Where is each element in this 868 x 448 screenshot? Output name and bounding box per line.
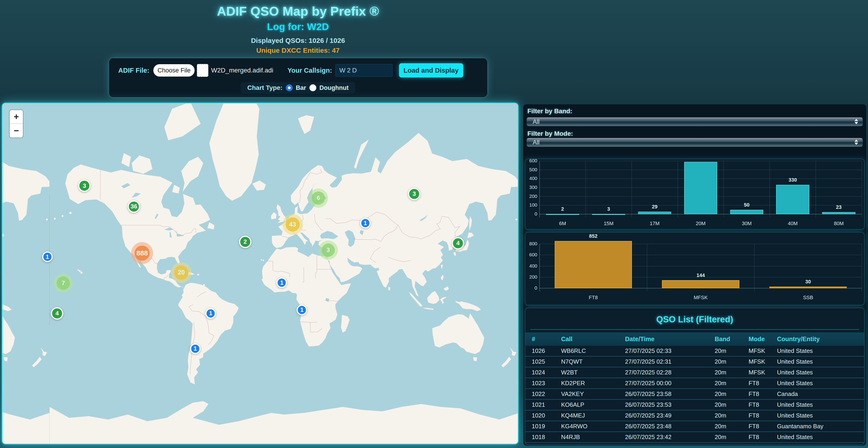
qso-cell: WB6RLC [561,346,586,356]
qso-cell: 20m [715,399,726,410]
bar-value-label: 589 [687,159,714,160]
choose-file-button[interactable]: Choose File [153,64,195,77]
qso-cell: 1026 [532,346,545,356]
divider [530,329,859,330]
qso-cell: 1025 [532,357,545,367]
map-cluster-marker[interactable]: 1 [276,277,287,288]
qso-column-header: Country/Entity [777,332,819,346]
qso-cell: 27/07/2025 02:31 [625,357,671,367]
qso-table-row[interactable]: 1020KQ4MEJ26/07/2025 23:4920mFT8United S… [525,410,864,421]
qso-cell: 27/07/2025 02:28 [625,367,671,378]
file-row: ADIF File: Choose File W2D_merged.adif.a… [118,63,463,78]
map-cluster-marker[interactable]: 3 [78,180,91,192]
qso-cell: FT8 [749,410,759,421]
qso-cell: KQ4MEJ [561,410,585,421]
x-axis-label: SSB [795,295,822,301]
y-axis-tick: 500 [526,167,537,172]
qso-table-row[interactable]: 1018N4RJB26/07/2025 23:4220mFT8United St… [525,432,864,443]
mode-bar-chart: 0200400600800852FT8144MFSK30SSB [525,232,865,305]
qso-cell: 1022 [532,389,545,399]
qso-cell: VA2KEY [561,389,584,399]
bar-value-label: 30 [795,279,822,285]
qso-cell: 26/07/2025 23:53 [625,399,671,410]
map-cluster-marker[interactable]: 1 [360,218,371,228]
map-cluster-marker[interactable]: 36 [128,200,140,213]
qso-cell: 20m [715,378,726,388]
bar-30M [730,210,764,214]
y-axis-tick: 200 [526,193,537,199]
x-axis-label: 30M [733,220,761,227]
x-axis-label: 15M [595,220,622,227]
qso-cell: FT8 [749,399,759,410]
load-and-display-button[interactable]: Load and Display [399,63,463,78]
qso-table-row[interactable]: 1026WB6RLC27/07/2025 02:3320mMFSKUnited … [525,346,864,357]
qso-cell: KO6ALP [561,399,584,410]
x-axis-label: MFSK [687,295,714,301]
bar-MFSK [662,280,739,288]
y-axis-tick: 300 [526,185,537,190]
qso-cell: 26/07/2025 23:42 [625,432,671,442]
displayed-qsos-count: Displayed QSOs: 1026 / 1026 [0,37,596,44]
bar-40M [776,185,809,214]
map-cluster-marker[interactable]: 4 [51,307,63,320]
y-axis-tick: 200 [526,274,537,280]
chart-type-radio-doughnut[interactable] [309,84,316,91]
map-cluster-marker[interactable]: 1 [205,308,216,319]
qso-cell: 20m [715,410,726,421]
map-zoom-control: + − [9,110,23,138]
qso-table-row[interactable]: 1025N7QWT27/07/2025 02:3120mMFSKUnited S… [525,357,864,367]
qso-cell: 20m [715,421,726,431]
chart-type-radio-bar[interactable] [286,84,293,91]
map-cluster-marker[interactable]: 6 [312,191,325,205]
bar-value-label: 50 [733,202,761,208]
qso-cell: FT8 [749,432,759,442]
qso-cell: 26/07/2025 23:49 [625,410,671,421]
map-cluster-marker[interactable]: 43 [286,217,300,232]
qso-table-row[interactable]: 1023KD2PER27/07/2025 00:0020mFT8United S… [525,378,864,389]
map-cluster-marker[interactable]: 3 [321,243,335,257]
qso-column-header: Mode [749,332,765,346]
qso-cell: 27/07/2025 02:33 [625,346,671,356]
qso-cell: 1018 [532,432,545,442]
mode-filter-value: All [527,139,539,146]
qso-cell: KG4RWO [561,421,587,431]
mode-filter-select[interactable]: All [526,138,863,147]
zoom-out-button[interactable]: − [10,124,23,138]
chart-type-option-doughnut: Doughnut [319,84,349,91]
bar-value-label: 23 [825,204,852,210]
map-cluster-marker[interactable]: 7 [57,276,70,290]
chart-type-label: Chart Type: [247,84,283,91]
x-axis-label: 80M [825,220,852,227]
map-cluster-marker[interactable]: 4 [452,237,464,249]
band-bar-chart: 010020030040050060026M315M2917M58920M503… [525,159,865,230]
qso-cell: 1023 [532,378,545,388]
qso-list-title: QSO List (Filtered) [525,315,864,324]
world-map[interactable]: + − 33688817420243631341111 [2,103,519,444]
callsign-input[interactable]: W2D [335,64,393,77]
qso-cell: United States [777,432,813,442]
band-filter-value: All [527,118,539,125]
map-cluster-marker[interactable]: 1 [190,344,200,354]
qso-table-row[interactable]: 1024W2BT27/07/2025 02:2820mMFSKUnited St… [525,367,864,378]
qso-cell: 1020 [532,410,545,421]
band-filter-select[interactable]: All [526,117,863,126]
map-cluster-marker[interactable]: 1 [42,251,53,262]
qso-column-header: Date/Time [625,332,655,346]
zoom-in-button[interactable]: + [10,110,23,124]
map-cluster-marker[interactable]: 2 [239,236,251,248]
qso-cell: 20m [715,346,726,356]
map-cluster-marker[interactable]: 20 [174,266,188,280]
filter-mode-label: Filter by Mode: [527,130,573,137]
qso-table-row[interactable]: 1019KG4RWO26/07/2025 23:4820mFT8Guantana… [525,421,864,432]
map-cluster-marker[interactable]: 888 [134,245,150,261]
qso-table-row[interactable]: 1021KO6ALP26/07/2025 23:5320mFT8United S… [525,399,864,410]
filter-band-label: Filter by Band: [527,108,572,115]
map-tiles [2,103,519,444]
map-cluster-marker[interactable]: 1 [297,305,307,315]
qso-cell: United States [777,367,813,378]
qso-cell: 26/07/2025 23:58 [625,389,671,399]
map-cluster-marker[interactable]: 3 [408,188,421,200]
callsign-label: Your Callsign: [287,67,332,74]
bar-value-label: 2 [549,206,576,212]
qso-table-row[interactable]: 1022VA2KEY26/07/2025 23:5820mFT8Canada [525,389,864,399]
